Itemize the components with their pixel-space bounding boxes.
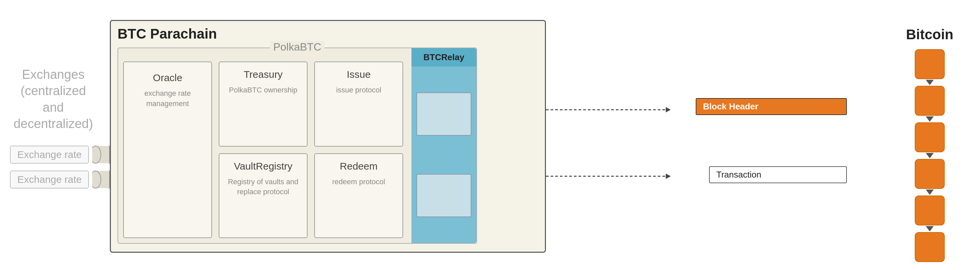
redeem-title: Redeem [320, 160, 398, 172]
transaction-label: Transaction [709, 166, 847, 183]
btcrelay-section: BTCRelay [412, 48, 476, 243]
bitcoin-section: Bitcoin [906, 27, 953, 262]
oracle-title: Oracle [153, 72, 182, 83]
btc-arrow-3 [926, 153, 934, 158]
exchange-rate-box-1: Exchange rate [10, 146, 89, 164]
treasury-title: Treasury [224, 69, 302, 80]
exchanges-label: Exchanges (centralized and decentralized… [10, 67, 97, 132]
issue-box: Issue issue protocol [314, 62, 403, 147]
issue-title: Issue [320, 69, 398, 80]
bitcoin-title: Bitcoin [906, 27, 953, 43]
exchange-rate-group: Exchange rate Exchange rate [10, 146, 116, 189]
main-container: Exchanges (centralized and decentralized… [0, 0, 980, 270]
btc-block-5 [915, 195, 945, 226]
redeem-desc: redeem protocol [320, 177, 398, 187]
btc-block-2 [915, 86, 945, 116]
btc-arrow-5 [926, 226, 934, 232]
modules-grid: Oracle exchange rate management Treasury… [123, 62, 403, 238]
oracle-desc: exchange rate management [145, 89, 191, 109]
storage-block-1 [417, 92, 471, 136]
exchange-rate-row-2: Exchange rate [10, 171, 116, 189]
issue-desc: issue protocol [320, 85, 398, 95]
btc-parachain-box: BTC Parachain PolkaBTC Oracle exchange r… [110, 20, 546, 253]
btcrelay-storage [412, 67, 476, 243]
oracle-box: Oracle exchange rate management [123, 62, 212, 238]
btcrelay-title: BTCRelay [412, 48, 476, 67]
svg-point-18 [92, 146, 101, 163]
polkabtc-label: PolkaBTC [270, 41, 325, 53]
btc-parachain-title: BTC Parachain [111, 21, 545, 47]
btc-block-6 [915, 232, 945, 262]
btc-block-3 [915, 122, 945, 152]
vault-registry-title: VaultRegistry [224, 160, 302, 172]
exchange-rate-row-1: Exchange rate [10, 146, 116, 164]
exchange-rate-box-2: Exchange rate [10, 171, 89, 189]
btc-block-4 [915, 159, 945, 189]
treasury-box: Treasury PolkaBTC ownership [219, 62, 307, 147]
exchanges-section: Exchanges (centralized and decentralized… [10, 67, 116, 189]
storage-block-2 [417, 174, 471, 217]
svg-marker-5 [666, 107, 671, 113]
block-header-label: Block Header [696, 98, 847, 115]
svg-point-23 [92, 171, 101, 188]
btc-arrow-4 [926, 189, 934, 195]
vault-registry-box: VaultRegistry Registry of vaults and rep… [219, 153, 307, 238]
svg-marker-7 [666, 173, 671, 179]
bitcoin-chain [906, 49, 953, 262]
treasury-desc: PolkaBTC ownership [224, 85, 302, 95]
polkabtc-box: PolkaBTC Oracle exchange rate management… [118, 48, 477, 244]
btc-arrow-2 [926, 116, 934, 122]
btc-arrow-1 [926, 80, 934, 85]
redeem-box: Redeem redeem protocol [314, 153, 403, 238]
vault-registry-desc: Registry of vaults and replace protocol [224, 177, 302, 197]
btc-block-1 [915, 49, 945, 79]
